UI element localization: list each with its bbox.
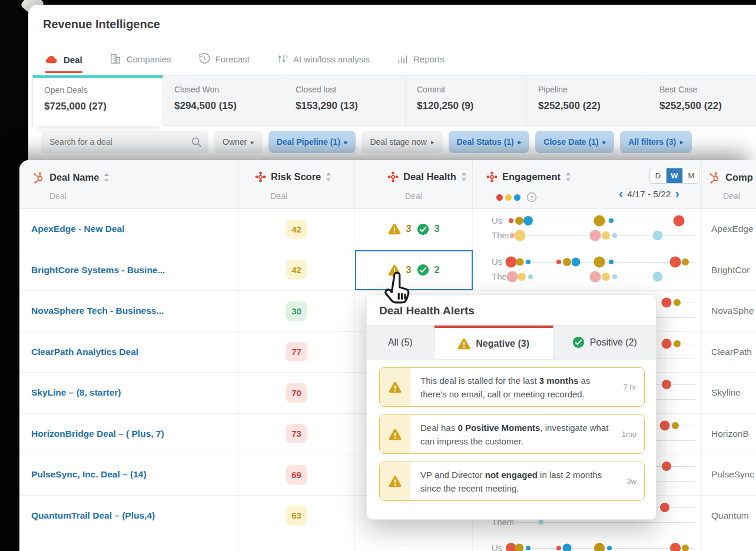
card-value: $252,500 (22) xyxy=(538,100,648,112)
chevron-right-icon[interactable]: › xyxy=(675,188,679,200)
sort-icon[interactable] xyxy=(326,172,331,182)
engagement-dot xyxy=(589,271,601,282)
column-subtitle: Deal xyxy=(270,191,287,201)
summary-card-best-case[interactable]: Best Case$252,500 (22) xyxy=(648,75,756,126)
filter-chip-close-date-1-[interactable]: Close Date (1)▸ xyxy=(535,131,614,153)
summary-card-commit[interactable]: Commit$120,250 (9) xyxy=(406,75,527,126)
risk-score-badge: 63 xyxy=(286,506,307,525)
forecast-icon xyxy=(198,53,210,65)
search-input[interactable] xyxy=(41,131,208,153)
engagement-dot xyxy=(509,218,513,223)
sort-icon[interactable] xyxy=(565,172,571,182)
deal-name-link[interactable]: PulseSync, Inc. Deal – (14) xyxy=(31,469,147,480)
column-subtitle: Deal xyxy=(49,191,67,201)
column-header-risk-score[interactable]: Risk Score Deal xyxy=(238,160,355,208)
table-header: Deal Name Deal Risk Score Deal Deal Heal… xyxy=(19,160,756,209)
company-cell: BrightCor xyxy=(702,250,756,291)
popup-tab-all-5-[interactable]: All (5) xyxy=(367,326,435,359)
column-header-company[interactable]: Comp Deal xyxy=(702,160,756,208)
engagement-legend: ? xyxy=(496,192,537,203)
sort-icon[interactable] xyxy=(104,172,110,182)
risk-score-badge: 70 xyxy=(286,383,307,403)
deal-name-link[interactable]: QuantumTrail Deal – (Plus,4) xyxy=(31,510,155,521)
date-range-label: 4/17 - 5/22 xyxy=(627,189,671,200)
alert-text: Deal has 0 Positive Moments, investigate… xyxy=(410,415,644,453)
company-cell xyxy=(702,536,756,551)
chevron-right-icon: ▸ xyxy=(344,139,348,145)
freddy-icon xyxy=(255,171,266,182)
toggle-d[interactable]: D xyxy=(650,168,667,183)
deal-health-cell[interactable] xyxy=(355,536,473,551)
help-icon[interactable]: ? xyxy=(526,192,537,203)
nav-tab-label: Deal xyxy=(64,55,82,65)
svg-text:?: ? xyxy=(530,194,533,201)
nav-tab-forecast[interactable]: Forecast xyxy=(198,53,250,73)
deal-health-cell[interactable]: 33 xyxy=(355,209,473,250)
deal-name-link[interactable]: ClearPath Analytics Deal xyxy=(31,347,138,357)
check-icon xyxy=(572,336,585,348)
deal-name-link[interactable]: NovaSphere Tech - Business... xyxy=(31,306,164,316)
column-header-deal-name[interactable]: Deal Name Deal xyxy=(19,160,238,208)
engagement-dot xyxy=(526,546,530,550)
engagement-dot xyxy=(662,338,672,348)
chevron-left-icon[interactable]: ‹ xyxy=(619,188,623,200)
engagement-us-line: Us xyxy=(473,214,701,228)
engagement-dot xyxy=(516,258,524,265)
summary-card-closed-won[interactable]: Closed Won$294,500 (15) xyxy=(163,75,284,126)
filter-chip-all-filters-3-[interactable]: All filters (3)▸ xyxy=(620,131,691,153)
popup-tab-negative-3-[interactable]: Negative (3) xyxy=(435,326,553,359)
filter-chip-deal-stage-now[interactable]: Deal stage now▸ xyxy=(362,131,442,153)
chevron-right-icon: ▸ xyxy=(603,139,606,145)
summary-card-closed-lost[interactable]: Closed lost$153,290 (13) xyxy=(284,75,406,126)
deal-name-link[interactable]: SkyLine – (8, starter) xyxy=(31,387,121,398)
engagement-dot xyxy=(556,260,561,264)
nav-tab-companies[interactable]: Companies xyxy=(110,53,171,73)
chevron-right-icon: ▸ xyxy=(251,139,254,145)
filter-chip-deal-status-1-[interactable]: Deal Status (1)▸ xyxy=(449,131,530,153)
column-header-deal-health[interactable]: Deal Health Deal xyxy=(355,160,473,208)
column-title: Engagement xyxy=(502,171,561,182)
engagement-dot xyxy=(609,260,614,264)
summary-card-open-deals[interactable]: Open Deals$725,000 (27) xyxy=(32,75,163,126)
deal-health-alerts-popup: Deal Health Alerts All (5)Negative (3)Po… xyxy=(366,294,656,520)
deal-name-link[interactable]: BrightCore Systems - Busine... xyxy=(31,265,165,276)
risk-score-cell xyxy=(238,536,355,551)
summary-card-pipeline[interactable]: Pipeline$252,500 (22) xyxy=(527,75,648,126)
deal-name-link[interactable]: HorizonBridge Deal – ( Plus, 7) xyxy=(31,429,164,439)
engagement-dot xyxy=(670,543,681,551)
sort-icon[interactable] xyxy=(461,172,467,182)
positive-count: 2 xyxy=(435,265,440,276)
filter-chip-owner[interactable]: Owner▸ xyxy=(214,131,263,153)
nav-tab-deal[interactable]: Deal xyxy=(45,54,82,73)
nav-tab-reports[interactable]: Reports xyxy=(397,54,445,73)
toggle-w[interactable]: W xyxy=(667,168,683,183)
hubspot-icon xyxy=(32,171,45,184)
engagement-dot xyxy=(674,340,681,347)
deal-name-cell: BrightCore Systems - Busine... xyxy=(19,250,238,291)
column-header-engagement[interactable]: Engagement ? DWM ‹ 4/17 - 5/22 › xyxy=(473,160,702,208)
toggle-m[interactable]: M xyxy=(683,168,699,183)
alert-age: 7 hr xyxy=(624,383,636,391)
popup-tab-positive-2-[interactable]: Positive (2) xyxy=(553,326,656,359)
company-cell: NovaSphe xyxy=(702,291,756,331)
deal-name-cell: QuantumTrail Deal – (Plus,4) xyxy=(19,496,238,536)
engagement-dot xyxy=(662,298,672,308)
engagement-dot xyxy=(523,216,533,225)
search-icon xyxy=(190,136,202,150)
nav-tab-ai-win-loss-analysis[interactable]: AI win/loss analysis xyxy=(277,53,370,73)
deal-name-link[interactable]: ApexEdge - New Deal xyxy=(31,224,125,234)
deal-health-cell[interactable]: 32 xyxy=(355,250,473,291)
nav-tab-label: AI win/loss analysis xyxy=(293,54,370,64)
engagement-track xyxy=(511,221,695,221)
chip-label: Deal Status (1) xyxy=(457,137,514,147)
nav-tab-label: Companies xyxy=(127,54,171,64)
engagement-dot xyxy=(526,260,530,264)
card-label: Best Case xyxy=(659,85,756,94)
engagement-cell: UsThem xyxy=(473,250,702,291)
deal-name-cell: HorizonBridge Deal – ( Plus, 7) xyxy=(19,414,238,454)
company-cell: Skyline xyxy=(702,373,756,413)
column-title: Deal Name xyxy=(49,172,99,183)
engagement-track xyxy=(511,522,695,523)
filter-chip-deal-pipeline-1-[interactable]: Deal Pipeline (1)▸ xyxy=(268,131,356,153)
column-title: Comp xyxy=(725,172,753,183)
